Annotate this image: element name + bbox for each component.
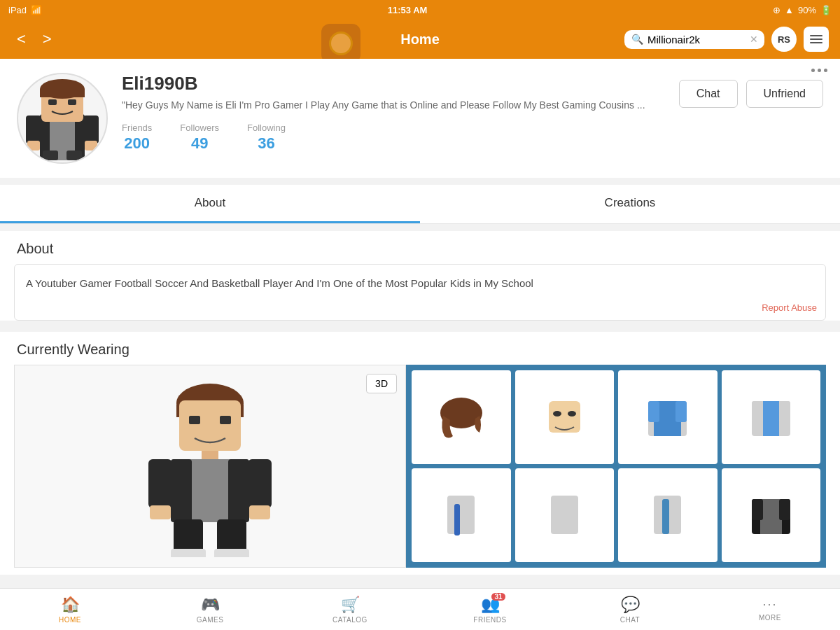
avatar-image	[20, 76, 104, 160]
bio: "Hey Guys My Name is Eli I'm Pro Gamer I…	[122, 99, 665, 113]
tabs-row: About Creations	[0, 185, 840, 224]
search-box[interactable]: 🔍 ✕	[624, 30, 764, 49]
search-clear-icon[interactable]: ✕	[750, 34, 758, 45]
search-input[interactable]	[648, 34, 746, 46]
username: Eli1990B	[122, 73, 665, 94]
nav-bar: < > Home 🔍 ✕ RS	[0, 20, 840, 59]
svg-rect-31	[214, 549, 249, 557]
nav-friends[interactable]: 👥 31 FRIENDS	[420, 589, 560, 630]
chat-button[interactable]: Chat	[679, 80, 738, 108]
following-stat: Following 36	[247, 122, 286, 153]
about-section: About A Youtuber Gamer Football Soccer A…	[0, 231, 840, 321]
svg-rect-27	[249, 505, 270, 519]
signal-icon: ▲	[785, 5, 794, 15]
report-abuse-link[interactable]: Report Abuse	[762, 302, 817, 313]
svg-rect-11	[85, 141, 97, 150]
svg-rect-42	[752, 401, 763, 421]
jacket-item-image	[745, 489, 797, 541]
3d-button[interactable]: 3D	[366, 374, 397, 393]
svg-rect-24	[148, 459, 172, 508]
status-left: iPad 📶	[8, 5, 42, 15]
battery-label: 90%	[798, 5, 816, 15]
friends-stat: Friends 200	[122, 122, 152, 153]
nav-games[interactable]: 🎮 GAMES	[140, 589, 280, 630]
logo-container	[66, 15, 616, 63]
more-label: More	[759, 614, 781, 622]
about-text: A Youtuber Gamer Football Soccer And Bas…	[26, 276, 814, 309]
svg-rect-39	[676, 401, 687, 422]
battery-icon: 🔋	[820, 5, 832, 15]
more-options-button[interactable]	[811, 69, 827, 72]
svg-rect-41	[763, 401, 779, 436]
friends-label: Friends	[122, 122, 152, 133]
svg-rect-23	[228, 459, 249, 522]
wifi-icon: 📶	[31, 5, 42, 15]
unfriend-button[interactable]: Unfriend	[746, 80, 823, 108]
main-content: Eli1990B "Hey Guys My Name is Eli I'm Pr…	[0, 59, 840, 588]
svg-rect-45	[454, 504, 460, 536]
friends-label: FRIENDS	[473, 616, 506, 624]
pants3-item-image	[641, 489, 694, 541]
profile-section: Eli1990B "Hey Guys My Name is Eli I'm Pr…	[0, 59, 840, 178]
following-value: 36	[258, 134, 274, 153]
item-face[interactable]	[515, 370, 615, 464]
profile-info: Eli1990B "Hey Guys My Name is Eli I'm Pr…	[122, 73, 665, 153]
robux-button[interactable]: RS	[771, 27, 797, 52]
nav-right: 🔍 ✕ RS	[624, 27, 829, 52]
item-shirt1[interactable]	[618, 370, 718, 464]
wearing-title: Currently Wearing	[0, 332, 840, 365]
item-pants1[interactable]	[412, 468, 511, 562]
friends-icon-wrap: 👥 31	[481, 596, 500, 614]
tab-about[interactable]: About	[0, 185, 420, 223]
chat-nav-icon: 💬	[621, 596, 640, 614]
tab-creations[interactable]: Creations	[420, 185, 840, 223]
nav-more[interactable]: ··· More	[700, 589, 840, 630]
followers-label: Followers	[180, 122, 219, 133]
item-shirt2[interactable]	[722, 370, 821, 464]
svg-rect-38	[648, 401, 659, 422]
face-item-image	[538, 391, 591, 443]
search-icon: 🔍	[631, 34, 643, 45]
more-icon: ···	[762, 597, 777, 612]
item-pants2[interactable]	[515, 468, 615, 562]
following-label: Following	[247, 122, 286, 133]
logo-inner	[329, 31, 353, 55]
nav-catalog[interactable]: 🛒 CATALOG	[280, 589, 420, 630]
wearing-content: 3D	[14, 365, 826, 568]
back-button[interactable]: <	[11, 27, 31, 51]
svg-rect-18	[220, 416, 231, 424]
menu-button[interactable]	[804, 27, 829, 52]
item-pants3[interactable]	[618, 468, 718, 562]
svg-rect-25	[248, 459, 272, 508]
avatar-3d-container: 3D	[14, 365, 406, 568]
svg-rect-9	[83, 115, 99, 144]
friends-value: 200	[124, 134, 150, 153]
friends-badge: 31	[491, 593, 505, 601]
tabs-section: About Creations	[0, 185, 840, 224]
forward-button[interactable]: >	[37, 27, 57, 51]
svg-rect-5	[40, 89, 85, 97]
svg-rect-33	[549, 401, 580, 433]
chat-label: CHAT	[620, 616, 640, 624]
wearing-section: Currently Wearing	[0, 332, 840, 575]
app-logo	[321, 24, 360, 63]
avatar-3d-image	[140, 375, 280, 557]
avatar	[17, 73, 108, 164]
svg-rect-46	[551, 496, 578, 534]
svg-rect-12	[43, 150, 58, 160]
nav-chat[interactable]: 💬 CHAT	[560, 589, 700, 630]
item-hair[interactable]	[412, 370, 511, 464]
home-label: HOME	[59, 616, 81, 624]
catalog-icon: 🛒	[341, 596, 360, 614]
svg-point-34	[553, 411, 561, 416]
shirt1-item-image	[641, 391, 694, 443]
svg-rect-44	[447, 496, 475, 534]
svg-rect-26	[150, 505, 171, 519]
nav-title: Home	[400, 31, 440, 48]
item-jacket[interactable]	[722, 468, 821, 562]
hamburger-icon	[810, 35, 822, 43]
svg-rect-50	[760, 499, 782, 534]
svg-rect-22	[171, 459, 192, 522]
followers-stat: Followers 49	[180, 122, 219, 153]
nav-home[interactable]: 🏠 HOME	[0, 589, 140, 630]
